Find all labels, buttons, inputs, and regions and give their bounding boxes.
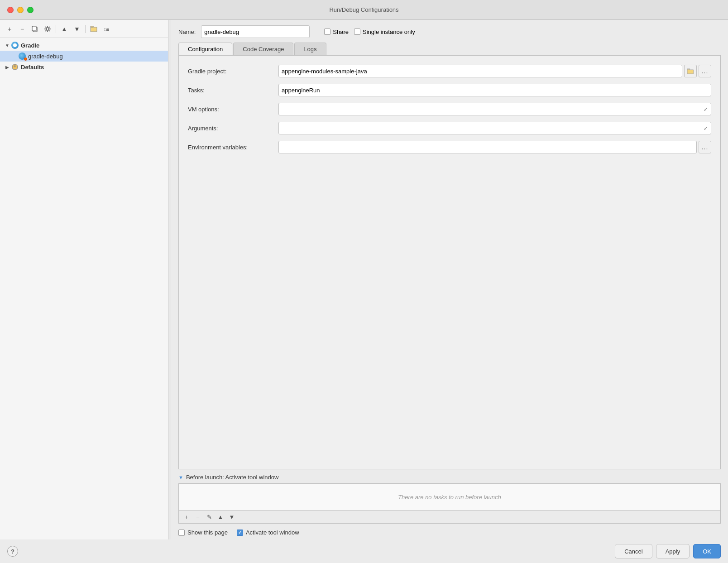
vm-options-row: VM options: ⤢ bbox=[188, 103, 711, 115]
svg-rect-1 bbox=[32, 26, 36, 31]
before-launch-add-btn[interactable]: + bbox=[182, 512, 192, 522]
config-tree: ▼ Gradle gradle-debug bbox=[0, 38, 168, 539]
show-page-checkbox[interactable] bbox=[178, 530, 185, 536]
window-title: Run/Debug Configurations bbox=[329, 6, 398, 13]
left-toolbar: + − bbox=[0, 20, 168, 38]
vm-options-expand-icon[interactable]: ⤢ bbox=[701, 105, 709, 113]
folder-browse-icon bbox=[687, 68, 694, 74]
gradle-group-arrow: ▼ bbox=[4, 42, 11, 49]
settings-icon bbox=[44, 25, 51, 33]
before-launch-section: ▼ Before launch: Activate tool window Th… bbox=[178, 474, 721, 524]
before-launch-header: ▼ Before launch: Activate tool window bbox=[178, 474, 721, 481]
ok-button[interactable]: OK bbox=[693, 544, 721, 558]
gradle-project-more-btn[interactable]: ... bbox=[699, 65, 711, 77]
name-label: Name: bbox=[178, 29, 196, 35]
svg-line-7 bbox=[45, 27, 46, 28]
title-bar: Run/Debug Configurations bbox=[0, 0, 728, 20]
arguments-input[interactable] bbox=[278, 122, 711, 134]
vm-options-input[interactable] bbox=[278, 103, 711, 115]
copy-config-button[interactable] bbox=[29, 23, 41, 35]
sort-icon: ↕a z bbox=[103, 25, 110, 33]
tasks-input[interactable] bbox=[278, 84, 711, 96]
config-tabs: Configuration Code Coverage Logs bbox=[178, 43, 721, 56]
gradle-project-input-wrapper: ... bbox=[278, 65, 711, 77]
cancel-button[interactable]: Cancel bbox=[615, 544, 652, 558]
remove-config-button[interactable]: − bbox=[16, 23, 28, 35]
before-launch-list: There are no tasks to run before launch bbox=[178, 483, 721, 511]
before-launch-edit-btn[interactable]: ✎ bbox=[204, 512, 214, 522]
add-config-button[interactable]: + bbox=[4, 23, 15, 35]
share-checkbox[interactable] bbox=[324, 29, 330, 35]
share-group: Share bbox=[324, 29, 349, 35]
minimize-button[interactable] bbox=[17, 7, 24, 13]
tasks-row: Tasks: bbox=[188, 84, 711, 96]
activate-window-checkbox[interactable] bbox=[237, 530, 243, 536]
env-vars-input-wrapper: ... bbox=[278, 141, 711, 153]
gradle-project-row: Gradle project: ... bbox=[188, 65, 711, 77]
bottom-bar: ? Cancel Apply OK bbox=[0, 539, 728, 563]
vm-options-label: VM options: bbox=[188, 106, 278, 113]
right-panel: Name: Share Single instance only Configu… bbox=[171, 20, 728, 539]
before-launch-collapse-icon[interactable]: ▼ bbox=[178, 475, 183, 480]
help-button[interactable]: ? bbox=[7, 546, 18, 557]
before-launch-empty-text: There are no tasks to run before launch bbox=[398, 494, 501, 501]
svg-point-2 bbox=[46, 28, 49, 30]
config-header: Name: Share Single instance only bbox=[178, 25, 721, 38]
defaults-label: Defaults bbox=[21, 64, 44, 71]
tab-configuration[interactable]: Configuration bbox=[178, 43, 232, 55]
sort-button[interactable]: ↕a z bbox=[101, 23, 112, 35]
gradle-debug-label: gradle-debug bbox=[28, 53, 63, 60]
gradle-project-label: Gradle project: bbox=[188, 68, 278, 75]
gradle-project-browse-btn[interactable] bbox=[684, 65, 697, 77]
folder-icon bbox=[90, 25, 97, 33]
single-instance-group: Single instance only bbox=[354, 29, 415, 35]
apply-button[interactable]: Apply bbox=[656, 544, 690, 558]
share-label: Share bbox=[333, 29, 349, 35]
tasks-label: Tasks: bbox=[188, 87, 278, 94]
before-launch-remove-btn[interactable]: − bbox=[193, 512, 203, 522]
arguments-expand-icon[interactable]: ⤢ bbox=[701, 124, 709, 132]
activate-window-label: Activate tool window bbox=[246, 529, 299, 536]
tab-code-coverage[interactable]: Code Coverage bbox=[233, 43, 293, 55]
tree-gradle-debug[interactable]: gradle-debug bbox=[0, 51, 168, 62]
single-instance-label: Single instance only bbox=[363, 29, 415, 35]
env-vars-input[interactable] bbox=[278, 141, 697, 153]
vm-options-input-wrapper: ⤢ bbox=[278, 103, 711, 115]
single-instance-checkbox[interactable] bbox=[354, 29, 360, 35]
copy-icon bbox=[31, 25, 38, 33]
before-launch-down-btn[interactable]: ▼ bbox=[227, 512, 237, 522]
gradle-project-input[interactable] bbox=[278, 65, 682, 77]
env-vars-row: Environment variables: ... bbox=[188, 141, 711, 153]
move-up-button[interactable]: ▲ bbox=[58, 23, 70, 35]
before-launch-up-btn[interactable]: ▲ bbox=[216, 512, 225, 522]
dialog-body: + − bbox=[0, 20, 728, 539]
tab-logs[interactable]: Logs bbox=[294, 43, 326, 55]
folder-button[interactable] bbox=[88, 23, 100, 35]
move-down-button[interactable]: ▼ bbox=[71, 23, 83, 35]
window-controls bbox=[7, 7, 34, 13]
arguments-input-wrapper: ⤢ bbox=[278, 122, 711, 134]
gradle-group-icon bbox=[11, 41, 19, 49]
settings-config-button[interactable] bbox=[42, 23, 53, 35]
env-vars-more-btn[interactable]: ... bbox=[699, 141, 711, 153]
action-buttons: Cancel Apply OK bbox=[615, 544, 721, 558]
tree-gradle-group[interactable]: ▼ Gradle bbox=[0, 40, 168, 51]
activate-window-option: Activate tool window bbox=[237, 529, 299, 536]
tree-defaults[interactable]: ▶ Defaults bbox=[0, 62, 168, 72]
show-page-option: Show this page bbox=[178, 529, 228, 536]
arguments-row: Arguments: ⤢ bbox=[188, 122, 711, 134]
svg-rect-16 bbox=[687, 70, 694, 74]
options-row: Show this page Activate tool window bbox=[178, 524, 721, 539]
gradle-debug-icon bbox=[18, 52, 26, 60]
before-launch-title: Before launch: Activate tool window bbox=[186, 474, 279, 481]
close-button[interactable] bbox=[7, 7, 14, 13]
svg-line-8 bbox=[49, 30, 50, 31]
svg-text:z: z bbox=[106, 28, 108, 32]
defaults-arrow: ▶ bbox=[4, 63, 11, 71]
toolbar-separator-2 bbox=[85, 25, 86, 33]
show-page-label: Show this page bbox=[187, 529, 228, 536]
maximize-button[interactable] bbox=[27, 7, 34, 13]
name-input[interactable] bbox=[201, 25, 310, 38]
gradle-group-label: Gradle bbox=[21, 42, 39, 49]
defaults-icon bbox=[11, 63, 19, 71]
